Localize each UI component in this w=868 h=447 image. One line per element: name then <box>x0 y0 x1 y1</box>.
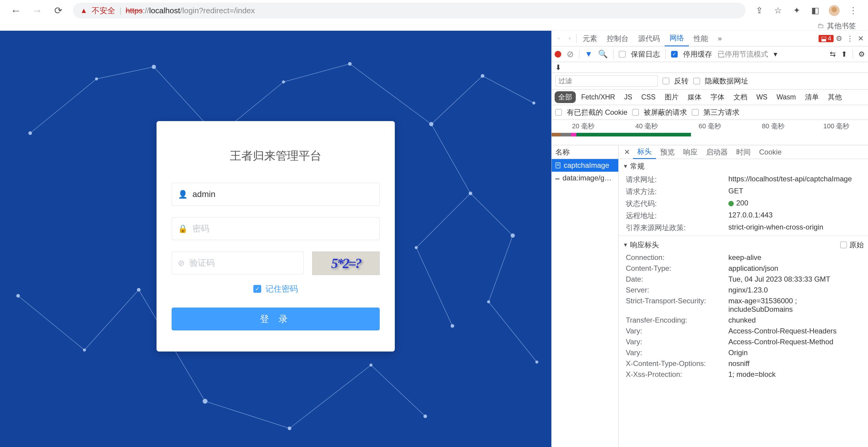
header-key: Connection: <box>626 253 728 262</box>
download-icon[interactable]: ⬇ <box>555 63 561 72</box>
svg-point-25 <box>348 62 352 66</box>
tab-performance[interactable]: 性能 <box>689 31 713 46</box>
header-value: chunked <box>728 316 861 324</box>
login-title: 王者归来管理平台 <box>172 148 380 164</box>
star-icon[interactable]: ☆ <box>773 5 783 16</box>
share-icon[interactable]: ⇪ <box>754 5 764 16</box>
general-section-header[interactable]: ▼常规 <box>619 159 868 173</box>
menu-icon[interactable]: ⋮ <box>848 5 858 16</box>
device-icon[interactable] <box>564 31 575 46</box>
type-css[interactable]: CSS <box>638 92 659 102</box>
header-value: Origin <box>728 348 861 357</box>
wifi-icon[interactable]: ⇆ <box>830 50 836 59</box>
error-badge[interactable]: ⬓4 <box>818 35 834 42</box>
remember-label: 记住密码 <box>266 283 298 294</box>
profile-avatar[interactable] <box>829 5 840 16</box>
filter-icon[interactable]: ▼ <box>585 49 593 59</box>
type-font[interactable]: 字体 <box>707 91 728 103</box>
type-doc[interactable]: 文档 <box>730 91 751 103</box>
raw-checkbox[interactable] <box>840 242 847 248</box>
timeline[interactable]: 20 毫秒 40 毫秒 60 毫秒 80 毫秒 100 毫秒 <box>552 120 868 145</box>
username-input[interactable] <box>192 190 373 199</box>
close-devtools-icon[interactable]: ✕ <box>855 31 866 46</box>
svg-point-31 <box>137 288 141 291</box>
blocked-req-checkbox[interactable] <box>632 109 639 116</box>
reload-button[interactable]: ⟳ <box>52 5 65 16</box>
close-detail-icon[interactable]: ✕ <box>621 148 633 156</box>
request-row[interactable]: captchaImage <box>552 159 618 172</box>
thirdparty-checkbox[interactable] <box>692 109 699 116</box>
user-icon: 👤 <box>178 190 188 199</box>
svg-line-11 <box>205 401 289 428</box>
svg-line-0 <box>30 79 96 133</box>
captcha-field[interactable]: ⊘ <box>172 251 304 274</box>
dtab-timing[interactable]: 时间 <box>732 145 755 159</box>
captcha-input[interactable] <box>189 258 298 268</box>
invert-checkbox[interactable] <box>662 78 669 84</box>
address-bar[interactable]: ▲ 不安全 | https://localhost/login?redirect… <box>73 3 746 19</box>
dtab-response[interactable]: 响应 <box>679 145 702 159</box>
blocked-cookies-checkbox[interactable] <box>555 109 562 116</box>
tab-sources[interactable]: 源代码 <box>633 31 665 46</box>
keep-log-checkbox[interactable] <box>619 51 625 58</box>
search-icon[interactable]: 🔍 <box>598 49 608 59</box>
dtab-headers[interactable]: 标头 <box>633 145 656 159</box>
dtab-preview[interactable]: 预览 <box>656 145 679 159</box>
name-column-header[interactable]: 名称 <box>552 145 618 159</box>
type-manifest[interactable]: 清单 <box>801 91 823 103</box>
record-button[interactable] <box>555 51 561 58</box>
svg-line-16 <box>489 236 513 302</box>
header-value: max-age=31536000 ; includeSubDomains <box>728 297 861 314</box>
svg-point-20 <box>28 131 32 135</box>
kebab-icon[interactable]: ⋮ <box>844 31 855 46</box>
username-field[interactable]: 👤 <box>172 183 380 206</box>
svg-point-37 <box>510 234 515 238</box>
filter-input[interactable] <box>555 75 658 87</box>
type-media[interactable]: 媒体 <box>684 91 705 103</box>
extension-icon[interactable]: ✦ <box>792 5 802 16</box>
dtab-initiator[interactable]: 启动器 <box>702 145 732 159</box>
svg-rect-43 <box>569 38 570 39</box>
tab-more[interactable]: » <box>713 31 726 46</box>
header-key: X-Xss-Protection: <box>626 370 728 379</box>
tab-elements[interactable]: 元素 <box>578 31 602 46</box>
check-icon: ✓ <box>253 285 261 293</box>
throttle-chevron-icon[interactable]: ▾ <box>774 50 777 59</box>
svg-point-34 <box>369 364 372 367</box>
svg-point-35 <box>424 414 427 418</box>
type-wasm[interactable]: Wasm <box>773 92 800 102</box>
tab-network[interactable]: 网络 <box>665 31 689 46</box>
type-img[interactable]: 图片 <box>661 91 682 103</box>
settings-icon[interactable]: ⚙ <box>834 31 844 46</box>
forward-button[interactable]: → <box>31 4 43 17</box>
request-row[interactable]: ▬ data:image/g… <box>552 172 618 184</box>
remember-checkbox[interactable]: ✓ 记住密码 <box>172 283 380 294</box>
hide-url-checkbox[interactable] <box>693 78 700 84</box>
throttle-select[interactable]: 已停用节流模式 <box>717 49 768 59</box>
status-dot-icon <box>728 201 734 206</box>
type-fetch[interactable]: Fetch/XHR <box>578 92 619 102</box>
other-bookmarks[interactable]: 其他书签 <box>827 21 856 31</box>
invert-label: 反转 <box>674 76 688 86</box>
login-button[interactable]: 登 录 <box>172 308 380 331</box>
header-key: X-Content-Type-Options: <box>626 359 728 368</box>
disable-cache-checkbox[interactable]: ✓ <box>671 51 678 58</box>
inspect-icon[interactable] <box>553 31 564 46</box>
password-input[interactable] <box>192 224 373 234</box>
captcha-image[interactable]: 5*2=? <box>312 251 380 275</box>
dtab-cookies[interactable]: Cookie <box>755 145 786 159</box>
clear-button[interactable]: ⊘ <box>567 49 574 59</box>
password-field[interactable]: 🔒 <box>172 217 380 240</box>
svg-line-6 <box>431 76 483 124</box>
type-all[interactable]: 全部 <box>555 91 576 103</box>
type-ws[interactable]: WS <box>753 92 771 102</box>
response-section-header[interactable]: 响应标头 <box>630 240 659 250</box>
login-card: 王者归来管理平台 👤 🔒 ⊘ 5*2=? ✓ <box>157 121 395 351</box>
back-button[interactable]: ← <box>10 4 22 17</box>
upload-icon[interactable]: ⬆ <box>841 50 847 59</box>
tab-console[interactable]: 控制台 <box>602 31 633 46</box>
network-settings-icon[interactable]: ⚙ <box>858 50 865 59</box>
sidepanel-icon[interactable]: ◧ <box>810 5 820 16</box>
type-other[interactable]: 其他 <box>824 91 845 103</box>
type-js[interactable]: JS <box>620 92 636 102</box>
